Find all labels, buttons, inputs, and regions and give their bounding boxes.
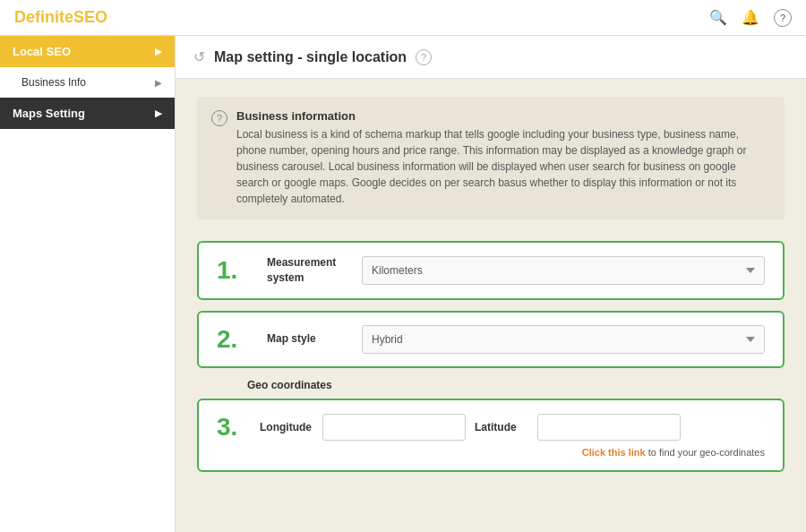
sidebar-local-seo-chevron: ▶ <box>155 47 162 56</box>
mapstyle-select[interactable]: Hybrid Roadmap Satellite Terrain <box>362 325 765 354</box>
sidebar-local-seo-label: Local SEO <box>13 45 71 58</box>
page-title: Map setting - single location <box>214 49 407 65</box>
coords-link-row: Click this link to find your geo-cordina… <box>217 442 765 458</box>
sidebar-business-info-label: Business Info <box>21 76 86 89</box>
content-area: ? Business information Local business is… <box>176 79 806 493</box>
measurement-label: Measurement system <box>267 255 347 286</box>
sidebar-item-maps-setting[interactable]: Maps Setting ▶ <box>0 98 175 129</box>
info-text: Local business is a kind of schema marku… <box>236 126 770 207</box>
sidebar-maps-setting-label: Maps Setting <box>13 107 85 120</box>
search-icon[interactable]: 🔍 <box>709 9 727 26</box>
info-content: Business information Local business is a… <box>236 109 770 207</box>
help-icon[interactable]: ? <box>774 9 792 27</box>
logo: DefiniteSEO <box>14 8 107 27</box>
geo-coordinates-label: Geo coordinates <box>197 379 785 391</box>
sidebar: Local SEO ▶ Business Info ▶ Maps Setting… <box>0 36 176 532</box>
info-box-icon: ? <box>211 110 227 126</box>
step1-number: 1. <box>217 256 249 285</box>
step2-section: 2. Map style Hybrid Roadmap Satellite Te… <box>197 311 785 368</box>
header-icons: 🔍 🔔 ? <box>709 9 792 27</box>
step3-number: 3. <box>217 413 249 442</box>
coords-row: 3. Longitude Latitude <box>217 413 765 442</box>
page-header: ↺ Map setting - single location ? <box>176 36 806 79</box>
step2-number: 2. <box>217 325 249 354</box>
logo-text: Definite <box>14 8 73 26</box>
coords-fields: Longitude Latitude <box>260 414 765 441</box>
refresh-icon[interactable]: ↺ <box>193 48 205 65</box>
step1-section: 1. Measurement system Kilometers Miles <box>197 241 785 300</box>
bell-icon[interactable]: 🔔 <box>742 9 759 26</box>
latitude-input[interactable] <box>537 414 681 441</box>
measurement-select[interactable]: Kilometers Miles <box>362 256 765 285</box>
mapstyle-label: Map style <box>267 331 347 347</box>
step2-row: Map style Hybrid Roadmap Satellite Terra… <box>267 325 765 354</box>
logo-highlight: SEO <box>73 8 107 26</box>
header: DefiniteSEO 🔍 🔔 ? <box>0 0 806 36</box>
page-help-icon[interactable]: ? <box>416 49 432 65</box>
main-content: ↺ Map setting - single location ? ? Busi… <box>176 36 806 532</box>
sidebar-item-local-seo[interactable]: Local SEO ▶ <box>0 36 175 67</box>
info-title: Business information <box>236 109 770 123</box>
geo-link-suffix: to find your geo-cordinates <box>646 447 765 458</box>
info-box: ? Business information Local business is… <box>197 97 785 219</box>
longitude-label: Longitude <box>260 421 313 433</box>
step3-section: 3. Longitude Latitude Click this link to… <box>197 399 785 472</box>
latitude-label: Latitude <box>475 421 528 433</box>
sidebar-item-business-info[interactable]: Business Info ▶ <box>0 67 175 98</box>
step1-row: Measurement system Kilometers Miles <box>267 255 765 286</box>
longitude-input[interactable] <box>322 414 466 441</box>
geo-link[interactable]: Click this link <box>582 447 646 458</box>
sidebar-business-info-chevron: ▶ <box>155 78 162 88</box>
layout: Local SEO ▶ Business Info ▶ Maps Setting… <box>0 36 806 532</box>
sidebar-maps-setting-chevron: ▶ <box>155 108 162 118</box>
